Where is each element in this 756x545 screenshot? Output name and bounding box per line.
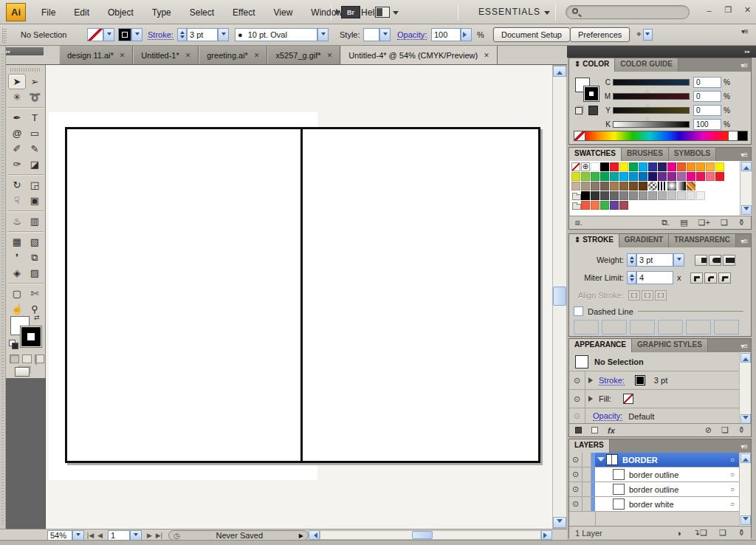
- tab-close-icon[interactable]: ✕: [120, 52, 126, 59]
- layer-row-main[interactable]: border outline○: [595, 482, 739, 496]
- layer-name[interactable]: border outline: [629, 485, 678, 494]
- doc-tab-4[interactable]: Untitled-4* @ 54% (CMYK/Preview)✕: [340, 46, 498, 65]
- layer-target-icon[interactable]: ○: [730, 470, 735, 479]
- menu-file[interactable]: File: [41, 7, 55, 18]
- swatch[interactable]: [610, 182, 619, 191]
- swatch[interactable]: [600, 182, 609, 191]
- new-color-group-icon[interactable]: ❏+: [698, 218, 710, 227]
- preferences-button[interactable]: Preferences: [570, 27, 630, 42]
- panel-tab---color[interactable]: ⇕ COLOR: [569, 58, 615, 72]
- disclosure-icon[interactable]: [588, 396, 596, 402]
- opacity-dropdown-icon[interactable]: [461, 28, 472, 41]
- spectrum-none-swatch[interactable]: [574, 131, 585, 140]
- layer-thumbnail[interactable]: [613, 484, 625, 495]
- doc-tab-0[interactable]: design 11.ai*✕: [59, 46, 133, 65]
- round-cap-button[interactable]: [709, 255, 721, 266]
- swatch[interactable]: [581, 191, 590, 200]
- fill-none-swatch[interactable]: [623, 394, 633, 404]
- next-page-icon[interactable]: ▶: [145, 530, 154, 541]
- panel-tab-graphic-styles[interactable]: GRAPHIC STYLES: [632, 339, 708, 352]
- swatch[interactable]: [600, 162, 609, 171]
- gradient-tool[interactable]: ▧: [26, 234, 44, 250]
- swatch[interactable]: [658, 191, 667, 200]
- zoom-control[interactable]: 54%: [47, 530, 84, 541]
- default-fill-stroke-icon[interactable]: [9, 340, 16, 346]
- menu-select[interactable]: Select: [190, 7, 214, 18]
- slice-tool[interactable]: ✄: [26, 286, 44, 301]
- swatch[interactable]: [696, 191, 705, 200]
- swatch[interactable]: [667, 191, 676, 200]
- magic-wand-tool[interactable]: ✳: [8, 89, 26, 105]
- swatch-grad-linear[interactable]: [677, 182, 686, 191]
- swatch[interactable]: [715, 172, 724, 181]
- style-dropdown[interactable]: [363, 28, 391, 41]
- menu-view[interactable]: View: [274, 7, 293, 18]
- drawn-rectangle-divider[interactable]: [300, 129, 303, 461]
- swatch[interactable]: [715, 162, 724, 171]
- page-number[interactable]: 1: [108, 530, 130, 541]
- document-setup-button[interactable]: Document Setup: [493, 27, 570, 42]
- warp-tool[interactable]: ☟: [8, 193, 26, 208]
- swatch[interactable]: [639, 172, 647, 181]
- eraser-tool[interactable]: ◪: [26, 157, 44, 172]
- swatch[interactable]: [629, 182, 638, 191]
- swatch[interactable]: [629, 162, 638, 171]
- weight-stepper[interactable]: [627, 253, 636, 267]
- pencil-tool[interactable]: ✎: [26, 141, 44, 157]
- delete-item-icon[interactable]: ⚱: [738, 425, 745, 435]
- panel-tab-transparenc[interactable]: TRANSPARENC: [669, 234, 736, 247]
- miter-value[interactable]: 4: [636, 271, 673, 284]
- status-display[interactable]: ◷ Never Saved ▶: [168, 530, 309, 541]
- panel-tab-symbols[interactable]: SYMBOLS: [669, 148, 716, 161]
- blend-tool[interactable]: ⧉: [26, 250, 44, 265]
- fill-color-dropdown[interactable]: [87, 28, 114, 41]
- channel-value[interactable]: 0: [693, 91, 721, 102]
- tab-close-icon[interactable]: ✕: [327, 52, 333, 59]
- gradient-mode-button[interactable]: [22, 354, 32, 363]
- scale-tool[interactable]: ◲: [26, 177, 44, 193]
- layer-lock-cell[interactable]: [583, 497, 591, 511]
- swatch[interactable]: [591, 191, 599, 200]
- panel-tab-color-guide[interactable]: COLOR GUIDE: [615, 58, 678, 72]
- scroll-up-icon[interactable]: [740, 453, 751, 463]
- color-spectrum-bar[interactable]: [574, 131, 748, 141]
- stroke-color-dropdown[interactable]: [118, 28, 142, 41]
- scroll-down-icon[interactable]: [741, 205, 752, 215]
- layer-lock-cell[interactable]: [583, 482, 591, 496]
- stroke-swatch-black[interactable]: [21, 326, 41, 347]
- swatch[interactable]: [706, 172, 715, 181]
- swatch[interactable]: [648, 191, 657, 200]
- scroll-up-icon[interactable]: [740, 353, 751, 363]
- miter-stepper[interactable]: [627, 271, 636, 284]
- swatch-none[interactable]: [571, 162, 580, 171]
- swatch[interactable]: [610, 191, 619, 200]
- layer-visibility-eye-icon[interactable]: ⊙: [569, 497, 583, 511]
- mesh-tool[interactable]: ▦: [8, 234, 26, 250]
- canvas[interactable]: [46, 65, 552, 529]
- layer-thumbnail[interactable]: [613, 498, 625, 510]
- live-paint-selection-tool[interactable]: ▨: [26, 265, 44, 281]
- layer-target-icon[interactable]: ○: [730, 485, 735, 493]
- new-stroke-icon[interactable]: [575, 427, 582, 433]
- weight-dropdown-icon[interactable]: [673, 253, 684, 267]
- hand-tool[interactable]: ☝: [8, 301, 26, 317]
- doc-tab-1[interactable]: Untitled-1*✕: [133, 46, 199, 65]
- swatch[interactable]: [581, 172, 590, 181]
- swatch[interactable]: [619, 172, 628, 181]
- swatch-kinds-icon[interactable]: ⧉.: [662, 218, 670, 227]
- swatch[interactable]: [658, 162, 667, 171]
- workspace-switcher[interactable]: ESSENTIALS: [478, 7, 540, 17]
- panel-tab---stroke[interactable]: ⇕ STROKE: [569, 234, 619, 247]
- swatch[interactable]: [687, 172, 695, 181]
- select-similar-control[interactable]: ⌖: [636, 29, 653, 41]
- channel-slider[interactable]: [613, 79, 690, 86]
- control-panel-menu-icon[interactable]: ▾≡: [741, 27, 748, 35]
- swatch[interactable]: [687, 191, 695, 200]
- swatch[interactable]: [639, 182, 647, 191]
- close-button[interactable]: ✕: [741, 4, 754, 16]
- channel-value[interactable]: 0: [693, 105, 721, 116]
- horizontal-scroll-thumb[interactable]: [412, 531, 433, 539]
- swatch[interactable]: [619, 201, 628, 210]
- round-join-button[interactable]: [704, 272, 717, 284]
- scroll-up-icon[interactable]: [741, 162, 752, 171]
